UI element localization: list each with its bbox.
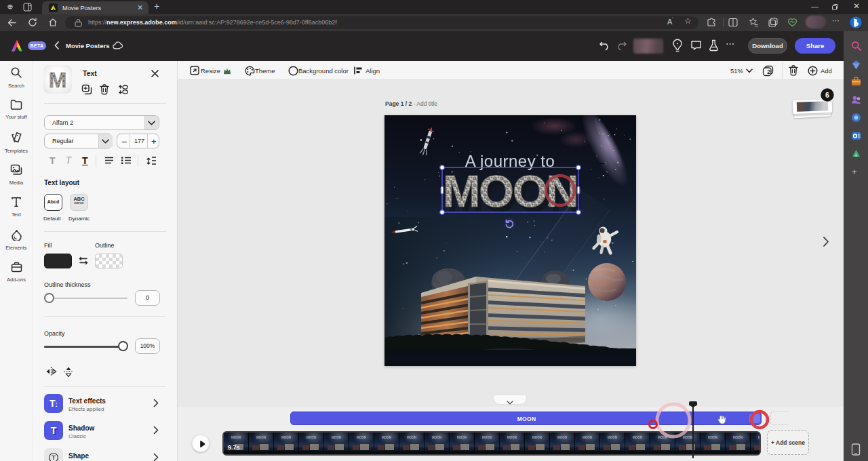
svg-text:9.7s: 9.7s — [228, 444, 240, 451]
svg-text:6: 6 — [825, 91, 829, 99]
svg-text:MOON: MOON — [443, 165, 577, 216]
svg-text:M: M — [49, 68, 67, 92]
svg-text:2: 2 — [767, 68, 770, 75]
